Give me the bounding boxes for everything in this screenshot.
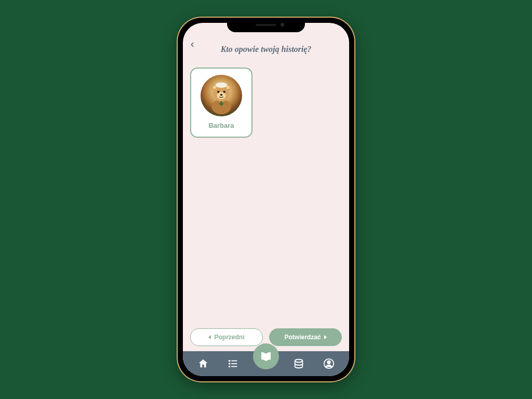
narrator-card-barbara[interactable]: Barbara	[190, 68, 252, 138]
phone-device-frame: Kto opowie twoją historię?	[178, 18, 354, 381]
svg-point-11	[229, 360, 231, 362]
svg-point-9	[220, 94, 222, 96]
triangle-left-icon	[208, 335, 211, 339]
back-button[interactable]	[186, 38, 198, 51]
nav-profile[interactable]	[318, 353, 339, 374]
svg-point-17	[295, 360, 303, 363]
nav-library[interactable]	[288, 353, 309, 374]
svg-rect-14	[231, 363, 237, 364]
narrator-grid: Barbara	[183, 61, 349, 324]
nav-story[interactable]	[253, 343, 279, 369]
svg-point-10	[215, 83, 227, 88]
page-title: Kto opowie twoją historię?	[183, 39, 349, 61]
notch-camera	[281, 23, 284, 26]
triangle-right-icon	[324, 335, 327, 339]
confirm-button[interactable]: Potwierdzać	[269, 328, 342, 346]
nav-list[interactable]	[223, 353, 244, 374]
svg-point-7	[217, 91, 219, 93]
app-screen: Kto opowie twoją historię?	[183, 23, 349, 376]
previous-button[interactable]: Poprzedni	[190, 328, 263, 346]
notch-speaker	[256, 24, 276, 26]
svg-point-5	[227, 86, 230, 89]
narrator-avatar	[201, 75, 242, 116]
svg-point-15	[229, 366, 231, 368]
previous-button-label: Poprzedni	[214, 334, 244, 341]
nav-home[interactable]	[193, 353, 214, 374]
confirm-button-label: Potwierdzać	[284, 334, 321, 341]
svg-point-8	[223, 91, 225, 93]
stack-icon	[293, 358, 304, 369]
svg-rect-16	[231, 366, 237, 367]
svg-point-4	[213, 86, 216, 89]
bear-illustration	[203, 77, 240, 114]
book-open-icon	[260, 350, 272, 363]
narrator-name: Barbara	[208, 122, 234, 129]
list-icon	[228, 358, 239, 369]
svg-point-13	[229, 363, 231, 365]
svg-point-19	[327, 361, 330, 364]
user-circle-icon	[323, 358, 335, 369]
svg-rect-12	[231, 361, 237, 362]
home-icon	[197, 358, 209, 369]
header: Kto opowie twoją historię?	[183, 23, 349, 61]
chevron-left-icon	[189, 41, 196, 48]
bottom-nav	[183, 351, 349, 376]
